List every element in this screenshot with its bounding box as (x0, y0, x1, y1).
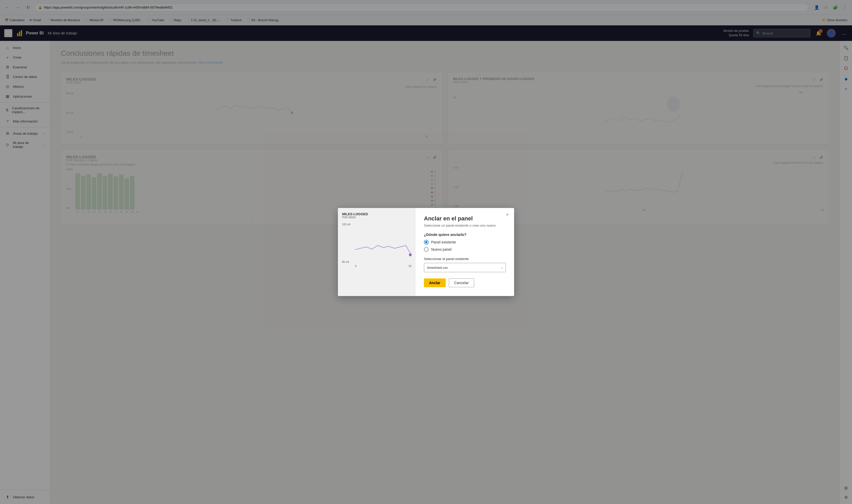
modal-title: Anclar en el panel (424, 215, 506, 222)
modal-footer: Anclar Cancelar (424, 278, 506, 287)
modal-mini-chart-title: miles-logged (342, 212, 411, 216)
modal-overlay: miles-logged POR WEEK 100 mil 80 mil 0 (0, 0, 852, 504)
radio-nuevo-panel[interactable]: Nuevo panel (424, 247, 506, 252)
radio-nuevo-label: Nuevo panel (431, 247, 452, 251)
anchor-button[interactable]: Anclar (424, 278, 446, 287)
radio-panel-existente[interactable]: Panel existente (424, 240, 506, 245)
mini-chart-area: 100 mil 80 mil 0 50 (342, 222, 411, 292)
radio-group: Panel existente Nuevo panel (424, 240, 506, 252)
panel-dropdown[interactable]: timesheet.csv (424, 263, 506, 272)
svg-point-5 (409, 253, 411, 256)
mini-chart-svg (355, 222, 411, 264)
radio-existente-label: Panel existente (431, 240, 456, 244)
dropdown-wrapper: timesheet.csv ⌄ (424, 263, 506, 272)
cancel-button[interactable]: Cancelar (449, 278, 474, 287)
radio-existente-circle (424, 240, 429, 245)
modal-dialog: miles-logged POR WEEK 100 mil 80 mil 0 (338, 208, 514, 296)
modal-chart-panel: miles-logged POR WEEK 100 mil 80 mil 0 (338, 208, 415, 296)
radio-nuevo-circle (424, 247, 429, 252)
modal-dropdown-label: Seleccionar el panel existente (424, 257, 506, 261)
modal-subtitle: Seleccione un panel existente o cree uno… (424, 223, 506, 228)
modal-right-panel: × Anclar en el panel Seleccione un panel… (415, 208, 514, 296)
modal-question: ¿Dónde quiere anclarlo? (424, 233, 506, 237)
modal-close-button[interactable]: × (504, 211, 511, 218)
modal-mini-chart-subtitle: POR WEEK (342, 216, 411, 219)
